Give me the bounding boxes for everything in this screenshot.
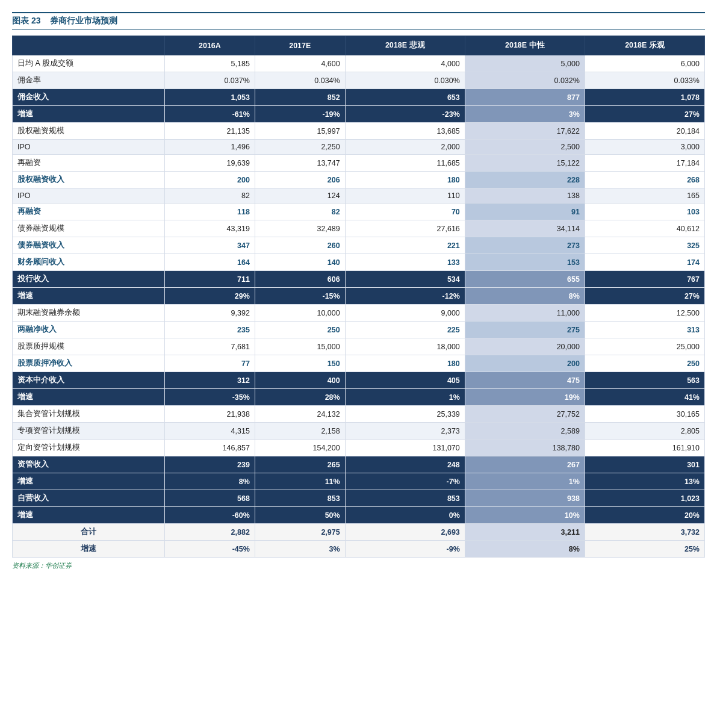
row-label: 日均 A 股成交额 <box>13 55 165 72</box>
row-cell: 9,000 <box>345 305 465 322</box>
row-cell: 1% <box>345 389 465 406</box>
row-cell: 275 <box>465 322 585 338</box>
row-label: 再融资 <box>13 204 165 220</box>
row-label: 佣金收入 <box>13 89 165 106</box>
row-cell: 250 <box>255 322 345 338</box>
row-label: 股权融资收入 <box>13 172 165 188</box>
table-row: 增速29%-15%-12%8%27% <box>13 288 705 305</box>
row-cell: 2,589 <box>465 423 585 440</box>
row-cell: 21,135 <box>165 123 255 140</box>
row-cell: 19% <box>465 389 585 406</box>
row-cell: 28% <box>255 389 345 406</box>
row-label: 股权融资规模 <box>13 123 165 140</box>
row-cell: 20% <box>585 507 704 524</box>
table-row: 增速8%11%-7%1%13% <box>13 473 705 490</box>
row-label: 增速 <box>13 389 165 406</box>
row-cell: 70 <box>345 204 465 220</box>
row-cell: 10,000 <box>255 305 345 322</box>
row-cell: 15,122 <box>465 155 585 172</box>
row-cell: 9,392 <box>165 305 255 322</box>
row-label: 资管收入 <box>13 456 165 473</box>
row-cell: 568 <box>165 490 255 507</box>
row-cell: 30,165 <box>585 406 704 423</box>
row-cell: 43,319 <box>165 220 255 237</box>
total-row-cell: 8% <box>465 541 585 558</box>
row-cell: 200 <box>465 355 585 372</box>
row-cell: 131,070 <box>345 440 465 456</box>
row-cell: 534 <box>345 271 465 288</box>
row-cell: 174 <box>585 254 704 271</box>
row-cell: 1,053 <box>165 89 255 106</box>
row-cell: 268 <box>585 172 704 188</box>
row-cell: 260 <box>255 237 345 254</box>
row-label: 定向资管计划规模 <box>13 440 165 456</box>
row-cell: 10% <box>465 507 585 524</box>
row-cell: 4,000 <box>345 55 465 72</box>
total-row-cell: 3% <box>255 541 345 558</box>
row-label: 债券融资收入 <box>13 237 165 254</box>
row-cell: 17,622 <box>465 123 585 140</box>
row-cell: 2,158 <box>255 423 345 440</box>
row-cell: 118 <box>165 204 255 220</box>
row-cell: 20,000 <box>465 338 585 355</box>
row-cell: 265 <box>255 456 345 473</box>
row-cell: 711 <box>165 271 255 288</box>
row-cell: 273 <box>465 237 585 254</box>
row-cell: 1% <box>465 473 585 490</box>
row-cell: 15,997 <box>255 123 345 140</box>
row-cell: 50% <box>255 507 345 524</box>
row-cell: 221 <box>345 237 465 254</box>
row-cell: 133 <box>345 254 465 271</box>
row-cell: 6,000 <box>585 55 704 72</box>
row-cell: 0.030% <box>345 72 465 89</box>
row-cell: 235 <box>165 322 255 338</box>
row-cell: 347 <box>165 237 255 254</box>
row-cell: 11,685 <box>345 155 465 172</box>
row-cell: 11,000 <box>465 305 585 322</box>
row-cell: -15% <box>255 288 345 305</box>
row-label: 股票质押规模 <box>13 338 165 355</box>
col-header-2018m: 2018E 中性 <box>465 36 585 55</box>
table-row: 两融净收入235250225275313 <box>13 322 705 338</box>
row-label: 增速 <box>13 507 165 524</box>
row-cell: 400 <box>255 372 345 389</box>
row-label: 专项资管计划规模 <box>13 423 165 440</box>
row-cell: 91 <box>465 204 585 220</box>
row-label: 增速 <box>13 106 165 123</box>
row-cell: 82 <box>255 204 345 220</box>
row-cell: 0.034% <box>255 72 345 89</box>
row-cell: 124 <box>255 188 345 204</box>
row-cell: 206 <box>255 172 345 188</box>
row-cell: 110 <box>345 188 465 204</box>
row-cell: 150 <box>255 355 345 372</box>
row-cell: 2,373 <box>345 423 465 440</box>
row-cell: 20,184 <box>585 123 704 140</box>
row-label: 投行收入 <box>13 271 165 288</box>
row-cell: 11% <box>255 473 345 490</box>
table-row: 自营收入5688538539381,023 <box>13 490 705 507</box>
table-row: 股权融资收入200206180228268 <box>13 172 705 188</box>
table-row: 股权融资规模21,13515,99713,68517,62220,184 <box>13 123 705 140</box>
row-cell: 40,612 <box>585 220 704 237</box>
row-cell: 4,600 <box>255 55 345 72</box>
row-cell: 313 <box>585 322 704 338</box>
table-row: 佣金收入1,0538526538771,078 <box>13 89 705 106</box>
total-row-cell: -9% <box>345 541 465 558</box>
row-cell: 138,780 <box>465 440 585 456</box>
table-header-row: 2016A 2017E 2018E 悲观 2018E 中性 2018E 乐观 <box>13 36 705 55</box>
row-cell: 13,747 <box>255 155 345 172</box>
row-label: 自营收入 <box>13 490 165 507</box>
row-cell: 248 <box>345 456 465 473</box>
row-label: IPO <box>13 188 165 204</box>
col-header-2016: 2016A <box>165 36 255 55</box>
row-cell: 18,000 <box>345 338 465 355</box>
table-row: IPO1,4962,2502,0002,5003,000 <box>13 140 705 155</box>
row-cell: 1,078 <box>585 89 704 106</box>
row-cell: 0.033% <box>585 72 704 89</box>
chart-title: 图表 23 券商行业市场预测 <box>12 12 705 30</box>
row-cell: 325 <box>585 237 704 254</box>
main-table: 2016A 2017E 2018E 悲观 2018E 中性 2018E 乐观 日… <box>12 36 705 558</box>
row-cell: 41% <box>585 389 704 406</box>
table-row: 定向资管计划规模146,857154,200131,070138,780161,… <box>13 440 705 456</box>
row-cell: -60% <box>165 507 255 524</box>
